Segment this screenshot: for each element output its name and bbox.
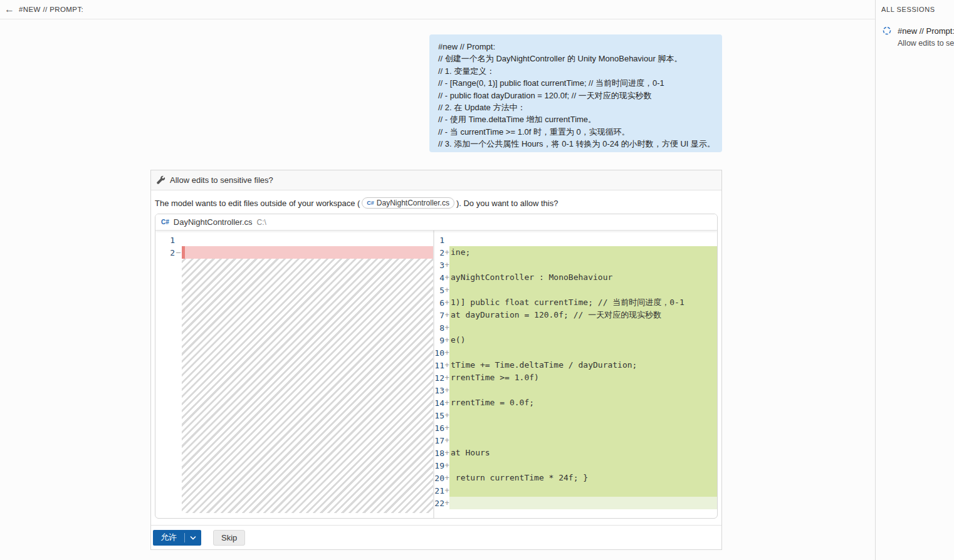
chevron-down-icon[interactable] xyxy=(185,530,201,546)
diff-sign: + xyxy=(444,311,449,319)
code-line: e() xyxy=(449,334,717,346)
diff-sign: + xyxy=(444,286,449,294)
line-number: 14 xyxy=(434,398,444,408)
line-number: 19 xyxy=(434,461,444,470)
diff-row: 1 xyxy=(434,234,717,246)
code-line: ayNightController : MonoBehaviour xyxy=(449,271,717,284)
diff-sign: + xyxy=(444,461,449,470)
code-line xyxy=(449,259,717,271)
diff-row: 17+ xyxy=(434,434,717,447)
code-line xyxy=(449,321,717,334)
diff-row: 14+rrentTime = 0.0f; xyxy=(434,397,717,409)
diff-sign: + xyxy=(444,474,449,482)
diff-row: 22+ xyxy=(434,497,717,509)
line-number: 1 xyxy=(155,236,175,245)
diff-sign: + xyxy=(444,398,449,407)
diff-row: 2– xyxy=(155,246,433,259)
diff-sign: + xyxy=(444,486,449,495)
line-number: 10 xyxy=(434,348,444,358)
diff-sign: + xyxy=(444,386,449,395)
description-suffix: ). Do you want to allow this? xyxy=(456,199,558,208)
all-sessions-header: ALL SESSIONS xyxy=(876,0,954,13)
diff-row: 15+ xyxy=(434,409,717,422)
prompt-line: // 3. 添加一个公共属性 Hours，将 0-1 转换为 0-24 的小时数… xyxy=(438,138,713,150)
diff-row: 7+at dayDuration = 120.0f; // 一天对应的现实秒数 xyxy=(434,309,717,321)
dialog-header: Allow edits to sensitive files? xyxy=(151,170,721,190)
diff-row: 5+ xyxy=(434,284,717,296)
code-line: 1)] public float currentTime; // 当前时间进度，… xyxy=(449,296,717,309)
skip-button[interactable]: Skip xyxy=(213,530,245,546)
diff-row: 16+ xyxy=(434,422,717,434)
diff-row: 20+ return currentTime * 24f; } xyxy=(434,472,717,484)
code-line xyxy=(449,434,717,447)
code-line xyxy=(449,234,717,246)
line-number: 15 xyxy=(434,411,444,420)
line-number: 21 xyxy=(434,486,444,495)
spinner-icon xyxy=(883,26,891,38)
line-number: 2 xyxy=(155,248,175,257)
diff-sign: + xyxy=(444,248,449,257)
diff-row: 10+ xyxy=(434,346,717,359)
session-title: #new // Prompt: xyxy=(898,26,954,37)
diff-row: 8+ xyxy=(434,321,717,334)
diff-row: 1 xyxy=(155,234,433,246)
file-chip-label: DayNightController.cs xyxy=(377,199,449,207)
diff-file-header[interactable]: C# DayNightController.cs C:\ xyxy=(155,214,717,231)
line-number: 9 xyxy=(434,336,444,345)
diff-sign: + xyxy=(444,261,449,269)
line-number: 12 xyxy=(434,373,444,383)
code-line xyxy=(449,422,717,434)
dialog-description: The model wants to edit files outside of… xyxy=(154,196,719,210)
diff-pane-original: 12– xyxy=(155,231,434,518)
line-number: 17 xyxy=(434,436,444,445)
dialog-title: Allow edits to sensitive files? xyxy=(170,175,273,185)
session-list-item[interactable]: #new // Prompt: Allow edits to sen xyxy=(876,26,954,49)
prompt-line: // - public float dayDuration = 120.0f; … xyxy=(438,90,713,101)
diff-pane-modified: 12+ine;3+4+ayNightController : MonoBehav… xyxy=(434,231,717,518)
prompt-line: #new // Prompt: xyxy=(438,41,713,53)
code-line xyxy=(182,246,433,259)
top-bar: ← #NEW // PROMPT: xyxy=(0,0,875,19)
line-number: 16 xyxy=(434,423,444,433)
diff-panel: C# DayNightController.cs C:\ 12– 12+ine;… xyxy=(155,214,718,519)
prompt-line: // 2. 在 Update 方法中： xyxy=(438,101,713,113)
diff-editor[interactable]: 12– 12+ine;3+4+ayNightController : MonoB… xyxy=(155,231,717,518)
diff-sign: + xyxy=(444,436,449,445)
code-line xyxy=(449,409,717,422)
code-line xyxy=(182,234,433,246)
line-number: 7 xyxy=(434,311,444,320)
code-line: tTime += Time.deltaTime / dayDuration; xyxy=(449,359,717,371)
back-arrow-icon[interactable]: ← xyxy=(0,4,19,15)
code-line xyxy=(449,497,717,509)
file-chip[interactable]: C# DayNightController.cs xyxy=(362,197,454,209)
code-line: ine; xyxy=(449,246,717,259)
diff-sign: + xyxy=(444,361,449,370)
code-line xyxy=(449,284,717,296)
diff-row: 9+e() xyxy=(434,334,717,346)
line-number: 6 xyxy=(434,298,444,308)
prompt-line: // - [Range(0, 1)] public float currentT… xyxy=(438,77,713,89)
diff-sign: + xyxy=(444,423,449,432)
diff-row: 21+ xyxy=(434,484,717,497)
diff-sign: + xyxy=(444,373,449,382)
line-number: 22 xyxy=(434,499,444,508)
diff-row: 11+tTime += Time.deltaTime / dayDuration… xyxy=(434,359,717,371)
code-line xyxy=(449,346,717,359)
page-title: #NEW // PROMPT: xyxy=(19,6,83,13)
prompt-line: // 创建一个名为 DayNightController 的 Unity Mon… xyxy=(438,53,713,65)
code-line xyxy=(449,384,717,397)
line-number: 3 xyxy=(434,261,444,270)
allow-button[interactable]: 允许 xyxy=(153,530,184,546)
dialog-footer: 允许 Skip xyxy=(151,525,721,549)
code-line: at Hours xyxy=(449,447,717,459)
diff-sign: + xyxy=(444,348,449,357)
code-line: rrentTime = 0.0f; xyxy=(449,397,717,409)
user-prompt-bubble: #new // Prompt:// 创建一个名为 DayNightControl… xyxy=(429,34,722,152)
diff-row: 4+ayNightController : MonoBehaviour xyxy=(434,271,717,284)
diff-file-name: DayNightController.cs xyxy=(174,217,253,227)
code-line: return currentTime * 24f; } xyxy=(449,472,717,484)
prompt-line: // 1. 变量定义： xyxy=(438,65,713,77)
allow-split-button[interactable]: 允许 xyxy=(153,530,201,546)
prompt-line: // - 当 currentTime >= 1.0f 时，重置为 0，实现循环。 xyxy=(438,126,713,138)
diff-filler-hatch xyxy=(182,259,433,513)
